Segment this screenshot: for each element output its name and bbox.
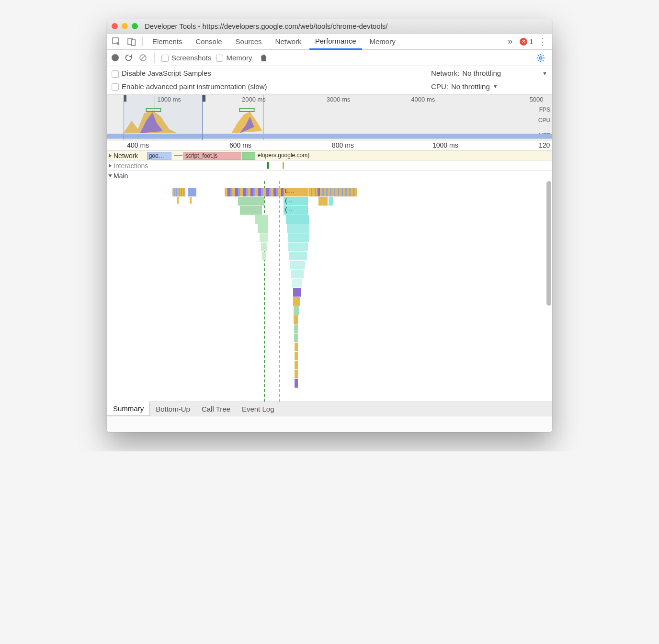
flame-chart[interactable]: E… (… (…: [107, 181, 552, 402]
network-request[interactable]: [242, 152, 255, 160]
network-track[interactable]: Network goo… script_foot.js elopers.goog…: [107, 151, 552, 161]
devtools-tabs: Elements Console Sources Network Perform…: [107, 34, 552, 50]
window-title: Developer Tools - https://developers.goo…: [145, 22, 388, 30]
detail-ruler[interactable]: 400 ms 600 ms 800 ms 1000 ms 120: [107, 140, 552, 151]
timing-line: [264, 181, 265, 402]
main-track-header[interactable]: Main: [107, 171, 552, 181]
tab-sources[interactable]: Sources: [230, 34, 268, 50]
device-toolbar-icon[interactable]: [125, 35, 138, 48]
network-throttle-select[interactable]: No throttling: [462, 69, 501, 77]
collapse-icon[interactable]: [108, 174, 112, 177]
memory-checkbox[interactable]: Memory: [216, 54, 252, 62]
record-button[interactable]: [112, 54, 119, 61]
vertical-scrollbar[interactable]: [546, 181, 551, 402]
overview-timeline[interactable]: 1000 ms 2000 ms 3000 ms 4000 ms 5000 FPS…: [107, 95, 552, 140]
error-count: 1: [529, 38, 533, 46]
zoom-window-button[interactable]: [132, 23, 138, 29]
tab-bottom-up[interactable]: Bottom-Up: [150, 402, 196, 416]
interaction-marker: [283, 162, 284, 169]
interactions-track[interactable]: Interactions: [107, 161, 552, 171]
tab-network[interactable]: Network: [270, 34, 307, 50]
tab-memory[interactable]: Memory: [364, 34, 401, 50]
reload-button[interactable]: [124, 51, 133, 65]
network-request-label: elopers.google.com): [256, 152, 550, 160]
tab-summary[interactable]: Summary: [107, 402, 150, 416]
kebab-menu-icon[interactable]: ⋮: [536, 35, 549, 48]
capture-settings-icon[interactable]: [534, 51, 547, 65]
interaction-marker: [267, 162, 269, 169]
svg-rect-7: [239, 108, 254, 112]
expand-icon[interactable]: [109, 164, 112, 168]
minimize-window-button[interactable]: [122, 23, 128, 29]
cpu-throttle-label: CPU:: [431, 82, 448, 91]
svg-rect-2: [132, 40, 136, 46]
tab-elements[interactable]: Elements: [147, 34, 188, 50]
traffic-lights: [112, 23, 138, 29]
disable-js-samples-checkbox[interactable]: Disable JavaScript Samples: [112, 69, 211, 78]
scrollbar-thumb[interactable]: [546, 181, 551, 306]
tab-call-tree[interactable]: Call Tree: [196, 402, 236, 416]
chevron-down-icon: ▼: [493, 83, 498, 89]
capture-settings-panel: Disable JavaScript Samples Network: No t…: [107, 66, 552, 95]
error-icon: ✕: [520, 38, 527, 46]
overview-selection[interactable]: [124, 95, 203, 140]
network-request[interactable]: goo…: [147, 152, 171, 160]
fps-label: FPS: [539, 106, 550, 113]
close-window-button[interactable]: [112, 23, 118, 29]
paint-instrumentation-checkbox[interactable]: Enable advanced paint instrumentation (s…: [112, 82, 267, 91]
cpu-label: CPU: [538, 117, 550, 124]
timing-line: [279, 181, 280, 402]
error-count-badge[interactable]: ✕ 1: [520, 38, 533, 46]
svg-point-5: [539, 57, 542, 59]
titlebar: Developer Tools - https://developers.goo…: [107, 19, 552, 34]
garbage-collect-icon[interactable]: [257, 51, 271, 65]
cpu-throttle-select[interactable]: No throttling: [451, 82, 490, 91]
expand-icon[interactable]: [109, 154, 112, 158]
network-throttle-label: Network:: [431, 69, 459, 77]
tab-event-log[interactable]: Event Log: [236, 402, 280, 416]
svg-line-4: [141, 56, 145, 60]
tabs-overflow-icon[interactable]: »: [503, 35, 517, 48]
tab-console[interactable]: Console: [190, 34, 228, 50]
clear-button[interactable]: [138, 51, 148, 65]
screenshots-checkbox[interactable]: Screenshots: [161, 54, 211, 62]
overview-marker: [203, 95, 205, 102]
details-tabs: Summary Bottom-Up Call Tree Event Log: [107, 402, 552, 416]
devtools-window: Developer Tools - https://developers.goo…: [107, 19, 552, 432]
network-request[interactable]: script_foot.js: [183, 152, 241, 160]
tab-performance[interactable]: Performance: [309, 34, 362, 50]
chevron-down-icon: ▼: [542, 70, 547, 76]
inspect-element-icon[interactable]: [110, 35, 123, 48]
performance-toolbar: Screenshots Memory: [107, 50, 552, 66]
details-pane: [107, 416, 552, 432]
